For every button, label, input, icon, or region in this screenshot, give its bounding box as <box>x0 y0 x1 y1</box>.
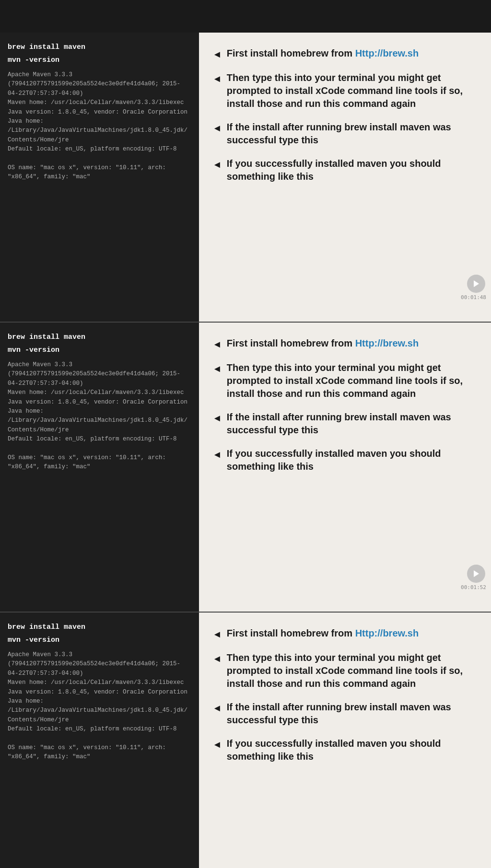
section-3: brew install maven mvn -version Apache M… <box>0 613 491 868</box>
instruction-panel-2: ◄ First install homebrew from Http://bre… <box>199 323 491 612</box>
terminal-panel-2: brew install maven mvn -version Apache M… <box>0 323 199 612</box>
bullet-1-4: ◄ <box>212 158 222 171</box>
terminal-cmd1-2: brew install maven <box>8 332 191 343</box>
bullet-3-4: ◄ <box>212 738 222 751</box>
terminal-cmd1-1: brew install maven <box>8 42 191 53</box>
instruction-item-1-4: ◄ If you successfully installed maven yo… <box>212 157 477 183</box>
play-button-2[interactable] <box>467 565 485 583</box>
instruction-text-1-3: If the install after running brew instal… <box>227 121 477 147</box>
instruction-item-1-3: ◄ If the install after running brew inst… <box>212 121 477 147</box>
instruction-item-2-1: ◄ First install homebrew from Http://bre… <box>212 337 477 351</box>
instruction-item-2-3: ◄ If the install after running brew inst… <box>212 411 477 437</box>
terminal-output-3: Apache Maven 3.3.3 (7994120775791599e205… <box>8 650 191 762</box>
bullet-1-2: ◄ <box>212 72 222 85</box>
instruction-text-2-4: If you successfully installed maven you … <box>227 447 477 473</box>
instruction-text-2-2: Then type this into your terminal you mi… <box>227 361 477 400</box>
instruction-item-3-3: ◄ If the install after running brew inst… <box>212 701 477 727</box>
terminal-cmd2-3: mvn -version <box>8 635 191 646</box>
instruction-text-2-1: First install homebrew from Http://brew.… <box>227 337 477 350</box>
instruction-panel-1: ◄ First install homebrew from Http://bre… <box>199 33 491 322</box>
instruction-text-3-4: If you successfully installed maven you … <box>227 737 477 763</box>
terminal-cmd2-2: mvn -version <box>8 345 191 356</box>
play-icon-1 <box>472 280 480 288</box>
instruction-text-1-2: Then type this into your terminal you mi… <box>227 71 477 110</box>
instruction-item-1-1: ◄ First install homebrew from Http://bre… <box>212 47 477 61</box>
play-button-1[interactable] <box>467 275 485 293</box>
instruction-item-2-4: ◄ If you successfully installed maven yo… <box>212 447 477 473</box>
terminal-output-1: Apache Maven 3.3.3 (7994120775791599e205… <box>8 70 191 182</box>
brew-link-1-1[interactable]: Http://brew.sh <box>355 48 419 58</box>
section-2: brew install maven mvn -version Apache M… <box>0 323 491 612</box>
instruction-text-1-4: If you successfully installed maven you … <box>227 157 477 183</box>
svg-marker-0 <box>474 280 479 287</box>
svg-marker-1 <box>474 570 479 577</box>
terminal-output-2: Apache Maven 3.3.3 (7994120775791599e205… <box>8 360 191 472</box>
instruction-panel-3: ◄ First install homebrew from Http://bre… <box>199 613 491 868</box>
terminal-cmd1-3: brew install maven <box>8 622 191 633</box>
file-info <box>0 0 4 2</box>
instruction-item-3-2: ◄ Then type this into your terminal you … <box>212 651 477 690</box>
instruction-item-2-2: ◄ Then type this into your terminal you … <box>212 361 477 400</box>
bullet-3-1: ◄ <box>212 628 222 641</box>
section-1: brew install maven mvn -version Apache M… <box>0 33 491 322</box>
bullet-2-1: ◄ <box>212 338 222 351</box>
bullet-3-2: ◄ <box>212 652 222 665</box>
bullet-2-4: ◄ <box>212 448 222 461</box>
timestamp-2: 00:01:52 <box>461 584 486 590</box>
instruction-item-3-1: ◄ First install homebrew from Http://bre… <box>212 627 477 641</box>
instruction-text-3-3: If the install after running brew instal… <box>227 701 477 727</box>
instruction-item-1-2: ◄ Then type this into your terminal you … <box>212 71 477 110</box>
bullet-2-2: ◄ <box>212 362 222 375</box>
bullet-1-1: ◄ <box>212 48 222 61</box>
timestamp-1: 00:01:48 <box>461 294 486 301</box>
terminal-panel-1: brew install maven mvn -version Apache M… <box>0 33 199 322</box>
instruction-text-3-1: First install homebrew from Http://brew.… <box>227 627 477 640</box>
brew-link-3-1[interactable]: Http://brew.sh <box>355 628 419 638</box>
terminal-panel-3: brew install maven mvn -version Apache M… <box>0 613 199 868</box>
bullet-1-3: ◄ <box>212 122 222 135</box>
instruction-text-2-3: If the install after running brew instal… <box>227 411 477 437</box>
terminal-cmd2-1: mvn -version <box>8 55 191 66</box>
bullet-2-3: ◄ <box>212 412 222 425</box>
play-icon-2 <box>472 570 480 578</box>
brew-link-2-1[interactable]: Http://brew.sh <box>355 338 419 348</box>
instruction-item-3-4: ◄ If you successfully installed maven yo… <box>212 737 477 763</box>
instruction-text-3-2: Then type this into your terminal you mi… <box>227 651 477 690</box>
bullet-3-3: ◄ <box>212 702 222 715</box>
instruction-text-1-1: First install homebrew from Http://brew.… <box>227 47 477 60</box>
